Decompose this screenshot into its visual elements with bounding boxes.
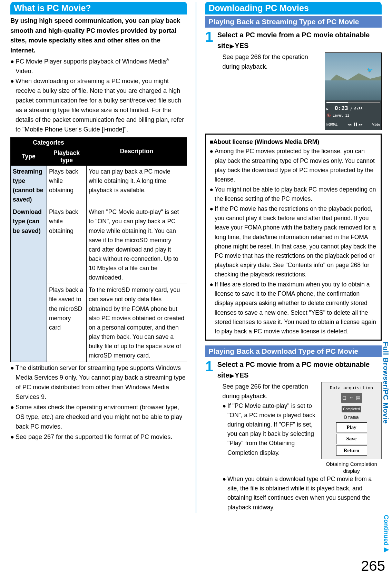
- bullet-dot: ●: [209, 185, 213, 204]
- bullet-dot: ●: [209, 280, 213, 336]
- cell-type: Download type (can be saved): [11, 206, 47, 362]
- bullet-dot: ●: [10, 403, 14, 432]
- bullet-dot: ●: [222, 401, 226, 458]
- side-tab: Full Browser/PC Movie: [382, 342, 390, 424]
- cell-desc: To the microSD memory card, you can save…: [87, 284, 187, 362]
- mode-normal: NORMAL: [326, 123, 338, 127]
- bullet-text: When downloading or streaming a PC movie…: [16, 77, 187, 134]
- completed-badge: Completed: [342, 406, 361, 412]
- bullet-dot: ●: [10, 363, 14, 402]
- cell-playback: Plays back a file saved to the microSD m…: [47, 284, 87, 362]
- bullet-text: See page 267 for the supported file form…: [16, 432, 172, 442]
- heading-what-is: What is PC Movie?: [10, 2, 187, 14]
- license-bullet: If the PC movie has the restrictions on …: [215, 204, 377, 279]
- bird-icon: 🐦: [367, 67, 373, 74]
- obtaining-completion-mock: Data acquisition ◻←▤ Completed Drama Pla…: [321, 382, 382, 475]
- cell-desc: When "PC Movie auto-play" is set to "ON"…: [87, 206, 187, 284]
- bullet-text: PC Movie Player supports playback of Win…: [16, 57, 187, 76]
- step-title: Select a PC movie from a PC movie obtain…: [217, 359, 382, 381]
- cell-playback: Plays back while obtaining: [47, 206, 87, 284]
- subheading-download: Playing Back a Download Type of PC Movie: [205, 345, 382, 357]
- bullet-text: The distribution server for streaming ty…: [16, 363, 187, 402]
- dm-caption: Obtaining Completion display: [321, 461, 382, 475]
- continued-label: Continued▶: [382, 515, 390, 553]
- cell-playback: Plays back while obtaining: [47, 165, 87, 206]
- column-divider: [196, 2, 197, 513]
- license-bullet: You might not be able to play back PC mo…: [215, 185, 377, 204]
- th-categories: Categories: [11, 137, 87, 148]
- cell-desc: You can play back a PC movie while obtai…: [87, 165, 187, 206]
- bottom-bullets: ●The distribution server for streaming t…: [10, 363, 187, 442]
- dm-title: Data acquisition: [323, 384, 380, 391]
- playback-duration: / 0:36: [350, 107, 363, 111]
- volume-level: Level 12: [333, 114, 349, 117]
- intro-text: By using high speed communication, you c…: [10, 16, 187, 56]
- bullet-dot: ●: [10, 77, 14, 134]
- save-button[interactable]: Save: [336, 434, 367, 444]
- cell-type: Streaming type (cannot be saved): [11, 165, 47, 206]
- mode-wide: Wide: [372, 123, 380, 127]
- bullet-text: Some sites check the operating environme…: [16, 403, 187, 432]
- step-title: Select a PC movie from a PC movie obtain…: [217, 30, 382, 51]
- sub-bullet: If "PC Movie auto-play" is set to "ON", …: [227, 401, 318, 458]
- heading-downloading: Downloading PC Movies: [205, 2, 382, 14]
- step-title-part: YES: [235, 42, 248, 49]
- bullet-dot: ●: [209, 147, 213, 184]
- step-number: 1: [205, 359, 213, 374]
- top-bullets: ●PC Movie Player supports playback of Wi…: [10, 57, 187, 135]
- step-title-part: YES: [235, 371, 248, 379]
- video-player-mock: 🐦 ▶ 0:23 / 0:36 🔇 Level 12 NORMAL◀◀ ▐▐ ▶…: [325, 52, 382, 130]
- license-bullet: Among the PC movies protected by the lic…: [215, 147, 377, 184]
- step-body-text: See page 266 for the operation during pl…: [222, 52, 321, 130]
- bullet-dot: ●: [222, 475, 226, 512]
- play-button[interactable]: Play: [336, 422, 367, 432]
- license-bullet: If files are stored to the maximum when …: [215, 280, 377, 336]
- categories-table: Categories Description Type Playback typ…: [10, 137, 187, 362]
- bullet-dot: ●: [209, 204, 213, 279]
- dm-icons: ◻←▤: [341, 393, 362, 403]
- triangle-icon: ▶: [230, 373, 234, 379]
- dm-filename: Drama: [323, 414, 380, 421]
- license-title: ■About license (Windows Media DRM): [209, 137, 377, 147]
- step-body-text: See page 266 for the operation during pl…: [222, 382, 318, 401]
- page-number: 265: [361, 558, 385, 574]
- step-number: 1: [205, 30, 213, 44]
- triangle-icon: ▶: [230, 43, 234, 49]
- bullet-dot: ●: [10, 432, 14, 442]
- th-playback: Playback type: [47, 148, 87, 165]
- th-description: Description: [87, 137, 187, 165]
- subheading-streaming: Playing Back a Streaming Type of PC Movi…: [205, 16, 382, 28]
- license-box: ■About license (Windows Media DRM) ●Amon…: [205, 134, 382, 341]
- bullet-dot: ●: [10, 57, 14, 76]
- th-type: Type: [11, 148, 47, 165]
- return-button[interactable]: Return: [336, 446, 367, 456]
- sub-bullet: When you obtain a download type of PC mo…: [227, 475, 382, 512]
- playback-time: 0:23: [335, 105, 348, 111]
